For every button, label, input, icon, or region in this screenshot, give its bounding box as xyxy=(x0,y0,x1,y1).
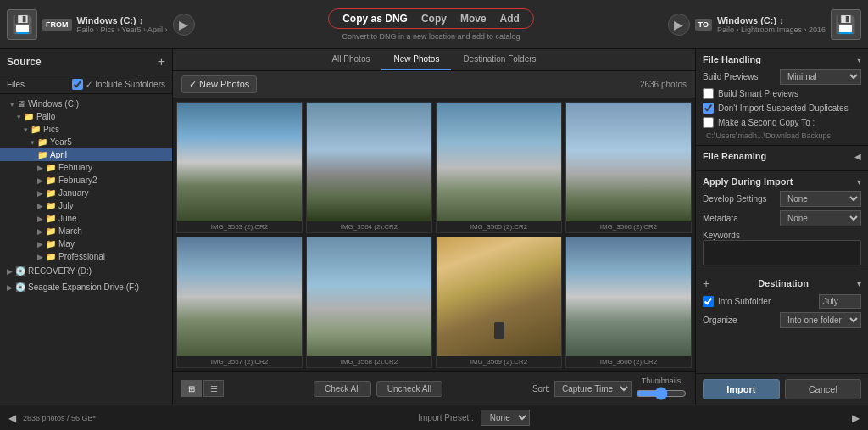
from-drive-icon: 💾 xyxy=(7,9,37,40)
apply-during-import-arrow[interactable]: ▾ xyxy=(857,177,861,187)
file-handling-arrow[interactable]: ▾ xyxy=(857,55,861,64)
from-drive-info: Windows (C:) ↕ Pailo › Pics › Year5 › Ap… xyxy=(77,15,168,34)
nav-left-arrow[interactable]: ◀ xyxy=(8,412,16,424)
check-all-button[interactable]: Check All xyxy=(314,381,371,397)
tree-item-may[interactable]: ▶ 📁 May xyxy=(0,237,172,250)
file-renaming-header: File Renaming ◀ xyxy=(703,151,861,161)
thumbnail-size-slider[interactable] xyxy=(636,387,687,400)
to-drive-info: Windows (C:) ↕ Pailo › Lightroom Images … xyxy=(717,15,826,34)
keywords-label: Keywords xyxy=(703,231,740,240)
tree-item-windows[interactable]: ▾ 🖥 Windows (C:) xyxy=(0,98,172,110)
photo-cell-1[interactable]: ✓ IMG_3563 (2).CR2 xyxy=(176,102,303,233)
tree-item-recovery[interactable]: ▶ 💽 RECOVERY (D:) xyxy=(0,263,172,279)
photo-label-2: IMG_3564 (2).CR2 xyxy=(307,221,431,232)
tree-item-june[interactable]: ▶ 📁 June xyxy=(0,212,172,225)
add-button[interactable]: Add xyxy=(500,13,520,25)
include-subfolders-checkbox[interactable]: ✓ Include Subfolders xyxy=(72,79,165,90)
file-renaming-section: File Renaming ◀ xyxy=(696,146,868,171)
build-smart-previews-checkbox[interactable] xyxy=(703,88,714,99)
organize-select[interactable]: Into one folder xyxy=(780,312,861,328)
build-previews-select[interactable]: Minimal Standard 1:1 xyxy=(780,69,861,85)
dont-import-duplicates-row: Don't Import Suspected Duplicates xyxy=(703,103,861,114)
tree-item-january[interactable]: ▶ 📁 January xyxy=(0,187,172,199)
photo-cell-8[interactable]: ✓ IMG_3606 (2).CR2 xyxy=(565,237,692,368)
nav-right-arrow[interactable]: ▶ xyxy=(852,412,860,424)
organize-row: Organize Into one folder xyxy=(703,312,861,328)
tree-item-july[interactable]: ▶ 📁 July xyxy=(0,199,172,212)
photo-thumb-4 xyxy=(566,103,691,221)
second-copy-path: C:\Users\madh...\Download Backups xyxy=(703,131,861,140)
destination-section: + Destination ▾ Into Subfolder Organize … xyxy=(696,271,868,373)
develop-settings-select[interactable]: None xyxy=(780,191,861,207)
main-layout: Source + Files ✓ Include Subfolders ▾ 🖥 … xyxy=(0,49,868,405)
photo-label-3: IMG_3565 (2).CR2 xyxy=(437,221,561,232)
files-label: Files xyxy=(7,80,25,89)
tree-item-year5[interactable]: ▾ 📁 Year5 xyxy=(0,136,172,148)
tree-item-march[interactable]: ▶ 📁 March xyxy=(0,225,172,237)
copy-as-dng-button[interactable]: Copy as DNG xyxy=(342,13,408,25)
destination-arrow[interactable]: ▾ xyxy=(857,279,861,288)
into-subfolder-row: Into Subfolder xyxy=(703,294,861,309)
subfolder-input[interactable] xyxy=(819,294,861,309)
file-renaming-arrow[interactable]: ◀ xyxy=(854,152,861,161)
photo-cell-5[interactable]: ✓ IMG_3567 (2).CR2 xyxy=(176,237,303,368)
photo-cell-4[interactable]: ✓ IMG_3566 (2).CR2 xyxy=(565,102,692,233)
tab-destination-folders[interactable]: Destination Folders xyxy=(451,49,548,70)
uncheck-all-button[interactable]: Uncheck All xyxy=(376,381,442,397)
sort-area: Sort: Capture Time Thumbnails xyxy=(532,377,687,400)
destination-add-icon[interactable]: + xyxy=(703,276,709,290)
include-subfolders-input[interactable] xyxy=(72,79,83,90)
to-badge: TO xyxy=(695,19,712,31)
from-drive-path: Pailo › Pics › Year5 › April › xyxy=(77,25,168,34)
bottom-left: ◀ 2636 photos / 56 GB* xyxy=(8,412,96,424)
tree-item-professional[interactable]: ▶ 📁 Professional xyxy=(0,250,172,263)
photo-cell-6[interactable]: ✓ IMG_3568 (2).CR2 xyxy=(306,237,432,368)
tab-all-photos[interactable]: All Photos xyxy=(320,49,381,70)
photo-cell-7[interactable]: ✓ IMG_3569 (2).CR2 xyxy=(436,237,562,368)
from-badge: FROM xyxy=(42,19,72,31)
photo-thumb-2 xyxy=(307,103,431,221)
grid-view-btn[interactable]: ⊞ xyxy=(181,380,202,397)
preset-select[interactable]: None xyxy=(481,410,530,426)
tree-item-seagate[interactable]: ▶ 💽 Seagate Expansion Drive (F:) xyxy=(0,279,172,295)
dont-import-duplicates-checkbox[interactable] xyxy=(703,103,714,114)
source-add-icon[interactable]: + xyxy=(158,54,165,70)
destination-header: + Destination ▾ xyxy=(703,276,861,290)
develop-settings-label: Develop Settings xyxy=(703,194,776,204)
photo-label-4: IMG_3566 (2).CR2 xyxy=(566,221,691,232)
bottom-center: Import Preset : None xyxy=(418,410,530,426)
to-arrow-btn[interactable]: ▶ xyxy=(668,14,690,36)
tree-item-april[interactable]: 📁 April xyxy=(0,148,172,161)
keywords-input[interactable] xyxy=(703,240,861,265)
metadata-select[interactable]: None xyxy=(780,210,861,226)
new-photos-label[interactable]: ✓ New Photos xyxy=(181,75,257,93)
copy-button[interactable]: Copy xyxy=(421,13,447,25)
photo-cell-3[interactable]: ✓ IMG_3565 (2).CR2 xyxy=(436,102,562,233)
move-button[interactable]: Move xyxy=(460,13,487,25)
apply-during-import-header: Apply During Import ▾ xyxy=(703,176,861,187)
from-drive-name[interactable]: Windows (C:) ↕ xyxy=(77,15,168,25)
tree-item-pics[interactable]: ▾ 📁 Pics xyxy=(0,123,172,136)
tree-item-pailo[interactable]: ▾ 📁 Pailo xyxy=(0,110,172,123)
tree-item-february2[interactable]: ▶ 📁 February2 xyxy=(0,174,172,187)
into-subfolder-checkbox[interactable] xyxy=(703,296,714,307)
tab-new-photos[interactable]: New Photos xyxy=(381,49,451,70)
photo-thumb-7 xyxy=(437,237,561,356)
sort-select[interactable]: Capture Time xyxy=(554,381,632,397)
folder-tree[interactable]: ▾ 🖥 Windows (C:) ▾ 📁 Pailo ▾ 📁 Pics ▾ 📁 xyxy=(0,94,172,405)
file-renaming-title: File Renaming xyxy=(703,151,766,161)
second-copy-checkbox[interactable] xyxy=(703,117,714,128)
from-arrow-btn[interactable]: ▶ xyxy=(173,14,195,36)
apply-during-import-section: Apply During Import ▾ Develop Settings N… xyxy=(696,171,868,271)
destination-title: Destination xyxy=(758,278,809,288)
photo-label-5: IMG_3567 (2).CR2 xyxy=(177,356,302,367)
photo-thumb-6 xyxy=(307,237,431,356)
import-button[interactable]: Import xyxy=(703,379,780,399)
tree-item-february[interactable]: ▶ 📁 February xyxy=(0,161,172,174)
list-view-btn[interactable]: ☰ xyxy=(203,380,224,397)
photo-cell-2[interactable]: ✓ IMG_3564 (2).CR2 xyxy=(306,102,432,233)
to-drive-name[interactable]: Windows (C:) ↕ xyxy=(717,15,826,25)
cancel-button[interactable]: Cancel xyxy=(785,379,862,399)
thumbnails-label: Thumbnails xyxy=(642,377,682,385)
photo-thumb-1 xyxy=(177,103,302,221)
